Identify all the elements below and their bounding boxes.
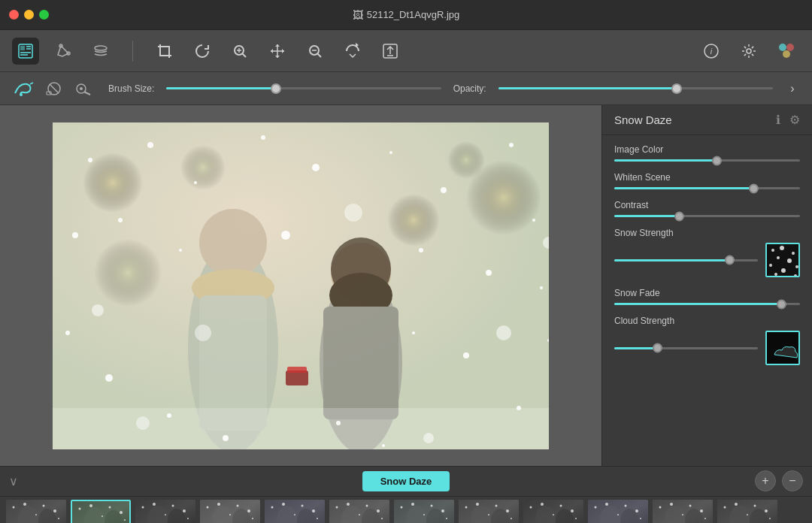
svg-point-53 <box>261 135 265 140</box>
svg-point-147 <box>294 514 295 515</box>
panel-settings-icon[interactable]: ⚙ <box>789 113 800 127</box>
svg-point-55 <box>389 151 392 154</box>
svg-point-113 <box>120 511 123 514</box>
svg-line-30 <box>85 92 91 95</box>
zoom-out-button[interactable] <box>301 38 329 65</box>
right-panel: Snow Daze ℹ ⚙ Image Color Whiten Scene <box>601 105 812 466</box>
snow-strength-preview[interactable] <box>765 243 800 277</box>
thumbnail-misty1[interactable]: Misty1 <box>588 500 648 523</box>
svg-point-21 <box>747 49 751 53</box>
zoom-in-button[interactable] <box>226 38 253 65</box>
brush-size-slider[interactable] <box>166 87 441 89</box>
snow-strength-slider[interactable] <box>614 259 758 262</box>
panel-info-icon[interactable]: ℹ <box>776 113 780 127</box>
svg-point-124 <box>183 509 186 512</box>
svg-point-112 <box>109 506 111 509</box>
svg-point-128 <box>187 518 189 519</box>
edit-button[interactable] <box>50 38 77 65</box>
brush-tool-select[interactable] <box>72 80 96 98</box>
canvas-area[interactable] <box>0 105 601 466</box>
export-button[interactable] <box>377 38 404 65</box>
info-button[interactable]: i <box>698 38 725 65</box>
svg-point-56 <box>441 187 447 193</box>
remove-button[interactable]: − <box>782 470 803 491</box>
thumbnail-light2[interactable]: Light2 <box>265 500 325 523</box>
svg-point-78 <box>496 325 511 340</box>
svg-point-216 <box>704 518 706 519</box>
thumbnail-light3[interactable]: Light3 <box>329 500 389 523</box>
thumbnail-lightbw1[interactable]: LightB&W1 <box>523 500 583 523</box>
thumbnail-contrastedbw3[interactable]: ContrastedB&W3 <box>135 500 195 523</box>
whiten-scene-control: Whiten Scene <box>614 172 800 189</box>
svg-point-111 <box>89 504 92 507</box>
svg-point-224 <box>747 514 748 515</box>
opacity-slider[interactable] <box>498 87 773 89</box>
effects-button[interactable] <box>773 38 800 65</box>
cloud-strength-preview[interactable] <box>765 331 800 365</box>
window-controls[interactable] <box>9 10 49 20</box>
svg-rect-49 <box>287 367 307 373</box>
thumbnail-blizzard1[interactable]: Blizzard1 <box>6 500 66 523</box>
svg-point-62 <box>281 231 290 240</box>
cloud-strength-control: Cloud Strength <box>614 316 800 365</box>
contrast-slider[interactable] <box>614 215 800 217</box>
svg-point-60 <box>118 218 123 222</box>
panel-icons: ℹ ⚙ <box>776 113 800 127</box>
brush-tool-erase[interactable] <box>42 80 66 98</box>
redo-button[interactable] <box>339 38 366 65</box>
cloud-strength-slider[interactable] <box>614 347 758 349</box>
effect-name-button[interactable]: Snow Daze <box>362 471 450 491</box>
close-button[interactable] <box>9 10 19 20</box>
right-tools: i <box>698 38 800 65</box>
svg-point-63 <box>419 248 423 252</box>
svg-point-168 <box>441 509 444 512</box>
svg-point-200 <box>625 505 627 507</box>
photo-background <box>53 122 549 449</box>
minimize-button[interactable] <box>24 10 34 20</box>
snow-fade-control: Snow Fade <box>614 288 800 305</box>
photo-view-button[interactable] <box>12 38 39 65</box>
svg-line-14 <box>318 53 322 57</box>
svg-point-227 <box>769 518 771 519</box>
crop-button[interactable] <box>151 38 178 65</box>
thumbnail-img-contrasted1 <box>72 501 129 523</box>
thumbnail-mistybw2[interactable]: Misty B&W2 <box>717 500 777 523</box>
svg-point-110 <box>79 508 81 510</box>
svg-point-59 <box>72 232 78 238</box>
thumbnail-light4[interactable]: Light4 <box>394 500 454 523</box>
snow-strength-control: Snow Strength <box>614 228 800 277</box>
svg-point-221 <box>735 503 738 506</box>
svg-point-94 <box>794 274 797 277</box>
thumbnail-misty2[interactable]: Misty2 <box>653 500 713 523</box>
view-tools <box>12 38 114 65</box>
thumbnail-light5[interactable]: Light5 <box>459 500 519 523</box>
brush-tool-paint[interactable] <box>12 80 36 98</box>
main-toolbar: i <box>0 30 812 72</box>
svg-point-146 <box>312 509 315 512</box>
snow-fade-slider[interactable] <box>614 303 800 305</box>
svg-point-194 <box>575 518 577 519</box>
file-icon: 🖼 <box>353 9 363 21</box>
svg-point-123 <box>172 505 174 507</box>
move-button[interactable] <box>264 38 291 65</box>
collapse-arrow[interactable]: ∨ <box>9 474 18 488</box>
svg-point-165 <box>401 506 403 509</box>
svg-point-40 <box>199 209 267 277</box>
next-arrow[interactable]: › <box>785 82 800 95</box>
image-color-slider[interactable] <box>614 159 800 162</box>
svg-point-187 <box>530 506 532 509</box>
whiten-scene-slider[interactable] <box>614 187 800 189</box>
maximize-button[interactable] <box>39 10 49 20</box>
layers-button[interactable] <box>87 38 114 65</box>
settings-button[interactable] <box>735 38 762 65</box>
add-button[interactable]: + <box>755 470 776 491</box>
svg-point-25 <box>20 93 23 96</box>
thumbnail-contrasted1[interactable]: Contrasted1 <box>71 500 131 523</box>
thumbnail-light1[interactable]: Light1 <box>200 500 260 523</box>
rotate-button[interactable] <box>189 38 216 65</box>
image-color-control: Image Color <box>614 144 800 162</box>
thumbnail-img-contrastedbw3 <box>135 500 195 523</box>
svg-point-145 <box>301 505 304 507</box>
photo-container <box>53 122 549 449</box>
svg-point-209 <box>659 506 662 509</box>
